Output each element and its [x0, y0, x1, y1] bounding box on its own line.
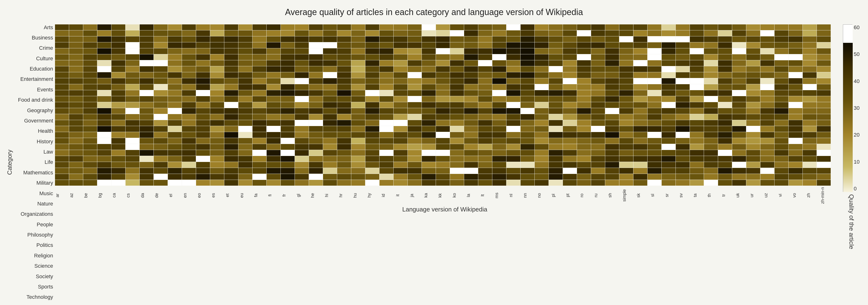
- legend-tick: 60: [854, 24, 859, 31]
- y-tick-label: Entertainment: [20, 76, 53, 82]
- y-tick-label: Culture: [36, 56, 53, 61]
- heatmap-section: arazbebgcacsdadeeleneoeseteufafifrglhehi…: [55, 24, 835, 300]
- x-tick-label: id: [381, 187, 395, 204]
- x-tick-label: et: [225, 187, 239, 204]
- x-tick-label: ur: [749, 187, 764, 204]
- legend-bar: [843, 24, 852, 192]
- x-tick-label: nn: [523, 187, 537, 204]
- x-tick-label: it: [395, 187, 409, 204]
- x-tick-label: ro: [579, 187, 593, 204]
- x-axis-labels: arazbebgcacsdadeeleneoeseteufafifrglhehi…: [55, 187, 835, 204]
- chart-title: Average quality of articles in each cate…: [285, 7, 583, 17]
- y-tick-label: Science: [34, 263, 53, 269]
- x-tick-label: sr: [664, 187, 679, 204]
- x-axis-title: Language version of Wikipedia: [55, 206, 835, 213]
- y-tick-label: Philosophy: [27, 232, 53, 238]
- y-tick-label: Life: [45, 159, 53, 165]
- y-tick-label: Crime: [39, 45, 53, 51]
- chart-body: Category ArtsBusinessCrimeCultureEducati…: [5, 24, 863, 300]
- legend-tick: 50: [854, 51, 859, 57]
- x-tick-label: nl: [508, 187, 523, 204]
- x-tick-label: he: [310, 187, 324, 204]
- x-tick-label: fa: [253, 187, 268, 204]
- y-tick-label: History: [37, 139, 53, 145]
- y-tick-label: Technology: [27, 294, 53, 300]
- y-tick-label: Nature: [37, 201, 53, 207]
- y-tick-label: Events: [37, 87, 53, 93]
- x-tick-label: sl: [650, 187, 664, 204]
- x-tick-label: pl: [551, 187, 565, 204]
- x-tick-label: lt: [480, 187, 494, 204]
- x-tick-label: bg: [98, 187, 112, 204]
- x-tick-label: hy: [367, 187, 381, 204]
- x-tick-label: el: [168, 187, 182, 204]
- x-tick-label: de: [154, 187, 168, 204]
- y-tick-label: Food and drink: [18, 97, 53, 103]
- x-tick-label: hr: [338, 187, 352, 204]
- y-tick-label: Geography: [27, 108, 53, 113]
- x-tick-label: ar: [55, 187, 69, 204]
- y-tick-label: Military: [36, 180, 53, 186]
- x-tick-label: ta: [693, 187, 707, 204]
- legend-tick: 20: [854, 132, 859, 138]
- y-tick-label: Arts: [44, 24, 53, 30]
- x-tick-label: ms: [494, 187, 508, 204]
- x-tick-label: pt: [565, 187, 579, 204]
- x-tick-label: ka: [424, 187, 438, 204]
- y-tick-label: Society: [36, 273, 53, 279]
- y-tick-label: Organizations: [21, 211, 53, 217]
- x-tick-label: hi: [324, 187, 338, 204]
- legend-tick: 40: [854, 78, 859, 85]
- x-tick-label: sh: [608, 187, 622, 204]
- legend-tick: 10: [854, 159, 859, 165]
- x-tick-label: sk: [636, 187, 650, 204]
- y-axis-label: Category: [5, 24, 14, 300]
- x-tick-label: vi: [778, 187, 792, 204]
- x-tick-label: uk: [735, 187, 749, 204]
- legend-tick: 0: [854, 186, 859, 192]
- y-tick-label: Mathematics: [23, 170, 53, 176]
- y-tick-label: Health: [38, 128, 53, 134]
- y-tick-label: Business: [32, 35, 53, 41]
- x-tick-label: ja: [409, 187, 424, 204]
- x-tick-label: uz: [764, 187, 778, 204]
- y-tick-label: Government: [24, 118, 53, 124]
- y-tick-label: Education: [30, 66, 53, 72]
- x-tick-label: ca: [112, 187, 126, 204]
- chart-container: Average quality of articles in each cate…: [0, 0, 868, 305]
- x-tick-label: es: [211, 187, 225, 204]
- x-tick-label: tr: [721, 187, 735, 204]
- x-tick-label: zh-min-n: [820, 187, 834, 204]
- x-tick-label: th: [707, 187, 721, 204]
- x-tick-label: sv: [679, 187, 693, 204]
- x-tick-label: hu: [353, 187, 367, 204]
- x-tick-label: az: [69, 187, 83, 204]
- x-tick-label: eu: [239, 187, 253, 204]
- legend-label: Quality of the article: [848, 194, 855, 249]
- x-tick-label: la: [466, 187, 480, 204]
- x-tick-label: ru: [593, 187, 608, 204]
- x-tick-label: en: [183, 187, 197, 204]
- heatmap-canvas: [55, 24, 831, 186]
- x-tick-label: zh: [806, 187, 820, 204]
- y-tick-label: Politics: [36, 242, 53, 248]
- y-tick-label: Music: [39, 190, 53, 196]
- x-tick-label: ko: [452, 187, 466, 204]
- x-tick-label: gl: [296, 187, 310, 204]
- y-tick-label: Sports: [38, 284, 53, 290]
- legend-tick: 30: [854, 105, 859, 111]
- y-tick-label: Religion: [34, 253, 53, 258]
- x-tick-label: simple: [622, 187, 636, 204]
- legend-ticks: 6050403020100: [854, 24, 859, 192]
- x-tick-label: no: [537, 187, 551, 204]
- legend-container: 6050403020100 Quality of the article: [839, 24, 863, 300]
- y-tick-label: Law: [43, 149, 53, 155]
- x-tick-label: cs: [126, 187, 140, 204]
- x-tick-label: fr: [282, 187, 296, 204]
- x-tick-label: kk: [438, 187, 452, 204]
- x-tick-label: eo: [197, 187, 211, 204]
- y-tick-label: People: [37, 221, 53, 227]
- y-tick-labels: ArtsBusinessCrimeCultureEducationEnterta…: [17, 24, 55, 300]
- x-tick-label: vo: [792, 187, 806, 204]
- x-tick-label: be: [84, 187, 98, 204]
